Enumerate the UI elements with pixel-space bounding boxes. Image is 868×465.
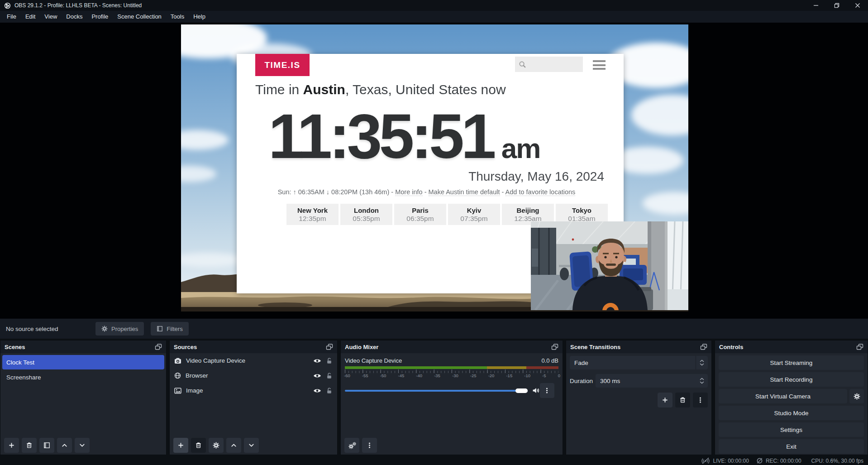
timeis-search-box	[515, 57, 583, 72]
properties-button[interactable]: Properties	[95, 322, 144, 336]
current-time: 11:35:51	[268, 105, 493, 168]
caret-down-icon	[700, 363, 704, 366]
source-item-image[interactable]: Image	[170, 383, 337, 398]
visibility-eye-icon[interactable]	[313, 373, 321, 379]
menu-help[interactable]: Help	[189, 11, 210, 23]
source-move-up-button[interactable]	[226, 438, 241, 453]
webcam-video-source[interactable]	[531, 221, 688, 310]
source-properties-button[interactable]	[209, 438, 224, 453]
trash-icon	[679, 397, 686, 403]
remove-source-button[interactable]	[191, 438, 206, 453]
make-default-link: Make Austin time default	[429, 188, 500, 196]
minimize-button[interactable]	[806, 0, 826, 11]
filters-button[interactable]: Filters	[151, 322, 188, 336]
close-button[interactable]	[847, 0, 868, 11]
mixer-level-db: 0.0 dB	[541, 357, 558, 364]
record-inactive-icon	[756, 457, 763, 464]
lock-open-icon[interactable]	[326, 357, 333, 364]
chevron-up-icon	[230, 442, 237, 449]
speaker-icon[interactable]	[532, 387, 540, 394]
volume-slider[interactable]	[345, 390, 528, 392]
advanced-audio-button[interactable]	[344, 438, 359, 453]
scene-item-screenshare[interactable]: Screenshare	[0, 371, 166, 383]
timeis-clock: 11:35:51 am	[268, 105, 540, 168]
preview-area: TIME.IS Time in Austin, Texas, United St…	[0, 23, 868, 318]
source-move-down-button[interactable]	[244, 438, 259, 453]
audio-mixer-panel: Audio Mixer Video Capture Device 0.0 dB …	[340, 340, 563, 455]
channel-options-button[interactable]	[540, 383, 554, 398]
dock-row: Scenes Clock Test Screenshare Sources Vi…	[0, 339, 868, 456]
lock-open-icon[interactable]	[326, 387, 333, 394]
scene-move-down-button[interactable]	[75, 438, 90, 453]
source-item-browser[interactable]: Browser	[170, 368, 337, 383]
duration-spinner[interactable]	[696, 374, 708, 388]
volume-slider-handle[interactable]	[515, 388, 528, 393]
scenes-panel: Scenes Clock Test Screenshare	[0, 340, 167, 455]
live-inactive-icon	[701, 457, 710, 464]
menu-edit[interactable]: Edit	[21, 11, 40, 23]
scene-transitions-title: Scene Transitions	[570, 344, 620, 350]
menu-docks[interactable]: Docks	[62, 11, 87, 23]
start-recording-button[interactable]: Start Recording	[719, 372, 864, 387]
popout-icon[interactable]	[326, 344, 333, 350]
menu-view[interactable]: View	[40, 11, 62, 23]
studio-mode-button[interactable]: Studio Mode	[719, 406, 864, 420]
double-gear-icon	[348, 442, 356, 449]
search-icon	[519, 61, 526, 68]
audio-mixer-title: Audio Mixer	[345, 344, 378, 350]
transition-options-button[interactable]	[693, 393, 708, 407]
kebab-dots-icon	[697, 397, 704, 403]
cpu-fps-stats: CPU: 0.6%, 30.00 fps	[811, 458, 863, 464]
scene-filters-button[interactable]	[39, 438, 54, 453]
menu-scene-collection[interactable]: Scene Collection	[113, 11, 166, 23]
chevron-up-icon	[61, 442, 68, 449]
timeis-logo: TIME.IS	[255, 54, 310, 76]
obs-logo-icon	[4, 2, 11, 9]
world-clock-newyork: New York12:35pm	[286, 204, 339, 225]
scene-item-clock-test[interactable]: Clock Test	[2, 355, 164, 369]
controls-title: Controls	[719, 344, 743, 350]
gear-icon	[854, 393, 860, 400]
add-source-button[interactable]	[173, 438, 188, 453]
transition-select[interactable]: Fade	[570, 356, 708, 369]
timeis-headline: Time in Austin, Texas, United States now	[255, 82, 506, 97]
exit-button[interactable]: Exit	[719, 439, 864, 454]
transition-select-spinner[interactable]	[696, 356, 708, 369]
scene-canvas[interactable]: TIME.IS Time in Austin, Texas, United St…	[181, 24, 688, 312]
close-icon	[855, 3, 860, 8]
popout-icon[interactable]	[551, 344, 558, 350]
hamburger-menu-icon	[593, 60, 606, 70]
caret-up-icon	[700, 360, 704, 362]
start-virtual-camera-button[interactable]: Start Virtual Camera	[719, 389, 847, 403]
trash-icon	[195, 442, 202, 449]
settings-button[interactable]: Settings	[719, 422, 864, 437]
visibility-eye-icon[interactable]	[313, 358, 321, 364]
menu-file[interactable]: File	[2, 11, 21, 23]
popout-icon[interactable]	[155, 344, 162, 350]
visibility-eye-icon[interactable]	[313, 388, 321, 393]
add-scene-button[interactable]	[4, 438, 19, 453]
source-item-video-capture[interactable]: Video Capture Device	[170, 353, 337, 368]
start-streaming-button[interactable]: Start Streaming	[719, 355, 864, 370]
scene-move-up-button[interactable]	[57, 438, 72, 453]
remove-transition-button[interactable]	[675, 393, 690, 407]
caret-down-icon	[700, 381, 704, 384]
menu-profile[interactable]: Profile	[87, 11, 113, 23]
remove-scene-button[interactable]	[22, 438, 37, 453]
popout-icon[interactable]	[856, 344, 863, 350]
volume-meter	[345, 366, 558, 369]
duration-spinbox[interactable]: 300 ms	[596, 374, 708, 388]
gear-icon	[101, 326, 108, 332]
mixer-options-button[interactable]	[362, 438, 377, 453]
more-info-link: More info	[395, 188, 422, 196]
restore-button[interactable]	[826, 0, 847, 11]
popout-icon[interactable]	[700, 344, 707, 350]
add-transition-button[interactable]	[658, 393, 672, 407]
restore-icon	[834, 3, 839, 8]
duration-label: Duration	[570, 378, 593, 384]
menu-tools[interactable]: Tools	[166, 11, 189, 23]
lock-open-icon[interactable]	[326, 372, 333, 379]
selected-source-toolbar: No source selected Properties Filters	[0, 318, 868, 339]
add-favorite-link: Add to favorite locations	[506, 188, 576, 196]
virtual-camera-settings-button[interactable]	[849, 389, 864, 403]
